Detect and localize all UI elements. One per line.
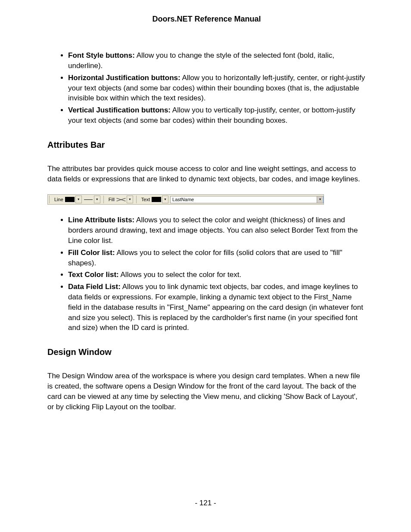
list-item-bold: Vertical Justification buttons:: [68, 106, 171, 114]
page: Doors.NET Reference Manual Font Style bu…: [0, 0, 411, 532]
heading-attributes-bar: Attributes Bar: [47, 139, 366, 151]
list-item-bold: Text Color list:: [68, 271, 119, 279]
list-item-bold: Horizontal Justification buttons:: [68, 74, 181, 82]
list-item: Vertical Justification buttons: Allow yo…: [68, 105, 366, 126]
attributes-bullet-list: Line Attribute lists: Allows you to sele…: [47, 215, 366, 333]
list-item: Fill Color list: Allows you to select th…: [68, 248, 366, 268]
line-color-dropdown[interactable]: [75, 196, 82, 203]
heading-design-window: Design Window: [47, 346, 366, 358]
fill-label: Fill: [105, 196, 116, 203]
list-item: Horizontal Justification buttons: Allow …: [68, 73, 366, 103]
list-item: Text Color list: Allows you to select th…: [68, 270, 366, 280]
attributes-intro: The attributes bar provides quick mouse …: [47, 164, 366, 184]
fill-none-icon[interactable]: [116, 197, 126, 202]
page-title: Doors.NET Reference Manual: [47, 14, 366, 25]
list-item: Data Field List: Allows you to link dyna…: [68, 282, 366, 333]
text-label: Text: [138, 196, 152, 203]
list-item-bold: Data Field List:: [68, 283, 121, 291]
text-color-dropdown[interactable]: [162, 196, 168, 203]
top-bullet-list: Font Style buttons: Allow you to change …: [47, 50, 366, 126]
data-field-value: LastName: [172, 196, 194, 203]
page-number: - 121 -: [0, 498, 411, 508]
list-item-bold: Font Style buttons:: [68, 51, 135, 59]
list-item: Line Attribute lists: Allows you to sele…: [68, 215, 366, 246]
fill-color-dropdown[interactable]: [127, 196, 133, 203]
list-item-bold: Line Attribute lists:: [68, 216, 134, 224]
list-item-text: Allows you to select the color for text.: [119, 271, 241, 279]
line-color-swatch[interactable]: [65, 197, 75, 202]
toolbar-divider: [103, 196, 104, 203]
line-weight-dropdown[interactable]: [94, 196, 100, 203]
design-window-body: The Design Window area of the workspace …: [47, 371, 366, 412]
text-color-swatch[interactable]: [152, 197, 161, 202]
line-weight-sample[interactable]: [84, 197, 93, 202]
line-label: Line: [51, 196, 65, 203]
data-field-combobox[interactable]: LastName: [170, 196, 317, 203]
list-item: Font Style buttons: Allow you to change …: [68, 50, 366, 71]
data-field-dropdown[interactable]: [317, 196, 324, 203]
list-item-bold: Fill Color list:: [68, 249, 115, 257]
toolbar-divider: [136, 196, 137, 203]
toolbar-divider: [49, 196, 50, 203]
attributes-toolbar: Line Fill Text LastName: [47, 194, 324, 205]
